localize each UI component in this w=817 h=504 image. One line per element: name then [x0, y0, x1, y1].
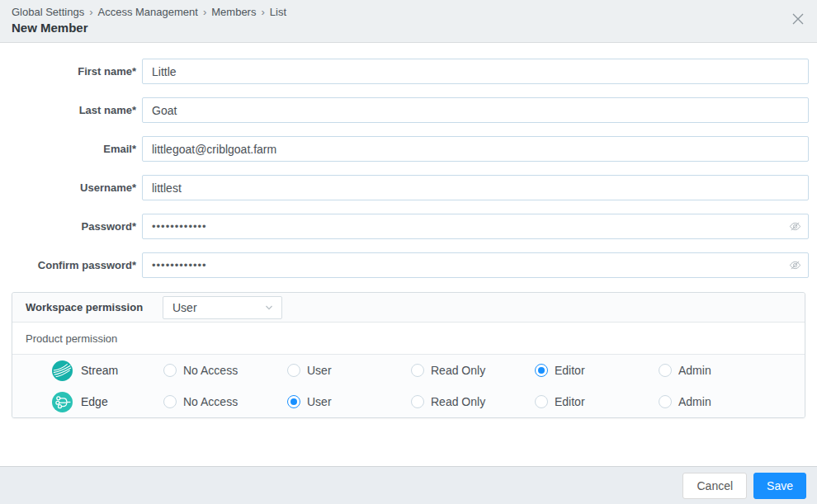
last-name-input[interactable]	[142, 97, 809, 123]
first-name-input[interactable]	[142, 59, 809, 84]
radio-label: Read Only	[431, 364, 485, 377]
password-input[interactable]	[142, 214, 809, 239]
email-row: Email*	[0, 136, 817, 162]
radio-stream-no-access[interactable]: No Access	[163, 364, 287, 377]
breadcrumb-separator: ›	[261, 6, 264, 18]
radio-stream-editor[interactable]: Editor	[535, 364, 659, 377]
stream-logo-icon	[52, 360, 73, 381]
radio-label: User	[307, 364, 332, 377]
product-name-stream: Stream	[81, 364, 118, 377]
radio-label: Editor	[555, 364, 585, 377]
product-permission-grid: Stream No Access User Read Only Editor A…	[12, 355, 805, 417]
radio-icon[interactable]	[411, 395, 424, 408]
workspace-permission-select[interactable]: User	[163, 296, 282, 319]
page-title: New Member	[12, 21, 805, 35]
radio-label: Admin	[678, 364, 711, 377]
username-row: Username*	[0, 175, 817, 200]
radio-label: Editor	[555, 395, 585, 408]
radio-edge-admin[interactable]: Admin	[659, 395, 782, 408]
breadcrumb-separator: ›	[203, 6, 206, 18]
confirm-password-input[interactable]	[142, 252, 809, 278]
edge-logo-icon	[52, 392, 73, 412]
workspace-permission-label: Workspace permission	[26, 301, 163, 313]
product-name-edge: Edge	[81, 395, 108, 408]
confirm-password-label: Confirm password*	[0, 252, 136, 278]
confirm-password-row: Confirm password*	[0, 252, 817, 278]
breadcrumb-item-global-settings[interactable]: Global Settings	[12, 6, 84, 18]
radio-icon[interactable]	[411, 364, 424, 377]
radio-edge-no-access[interactable]: No Access	[163, 395, 287, 408]
radio-icon[interactable]	[535, 395, 548, 408]
email-input[interactable]	[142, 136, 809, 162]
product-row-edge: Edge No Access User Read Only Editor Adm…	[12, 386, 805, 417]
radio-edge-editor[interactable]: Editor	[535, 395, 659, 408]
radio-icon[interactable]	[659, 395, 672, 408]
username-input[interactable]	[142, 175, 809, 200]
radio-icon[interactable]	[659, 364, 672, 377]
product-stream: Stream	[12, 360, 163, 381]
radio-edge-read-only[interactable]: Read Only	[411, 395, 535, 408]
radio-icon[interactable]	[287, 364, 300, 377]
radio-stream-admin[interactable]: Admin	[659, 364, 782, 377]
permissions-panel: Workspace permission User Product permis…	[12, 292, 805, 418]
password-label: Password*	[0, 214, 136, 239]
radio-edge-user[interactable]: User	[287, 395, 411, 408]
eye-invisible-icon[interactable]	[789, 259, 801, 271]
last-name-label: Last name*	[0, 97, 136, 123]
radio-icon[interactable]	[287, 395, 300, 408]
chevron-down-icon	[265, 304, 273, 312]
new-member-form: First name* Last name* Email* Username* …	[0, 43, 817, 278]
footer-actions: Cancel Save	[0, 466, 817, 504]
header: Global Settings › Access Management › Me…	[0, 0, 817, 43]
save-button[interactable]: Save	[753, 473, 806, 499]
radio-label: Read Only	[431, 395, 485, 408]
breadcrumb-separator: ›	[89, 6, 92, 18]
radio-label: No Access	[183, 364, 238, 377]
breadcrumb-item-list[interactable]: List	[270, 6, 286, 18]
first-name-label: First name*	[0, 59, 136, 84]
product-row-stream: Stream No Access User Read Only Editor A…	[12, 355, 805, 386]
breadcrumb-item-members[interactable]: Members	[211, 6, 256, 18]
radio-label: User	[307, 395, 332, 408]
workspace-permission-value: User	[172, 301, 197, 314]
radio-label: No Access	[183, 395, 238, 408]
eye-invisible-icon[interactable]	[789, 220, 801, 233]
radio-stream-read-only[interactable]: Read Only	[411, 364, 535, 377]
first-name-row: First name*	[0, 59, 817, 84]
password-row: Password*	[0, 214, 817, 239]
radio-icon[interactable]	[535, 364, 548, 377]
workspace-permission-row: Workspace permission User	[12, 293, 805, 323]
last-name-row: Last name*	[0, 97, 817, 123]
radio-stream-user[interactable]: User	[287, 364, 411, 377]
close-button[interactable]	[791, 12, 805, 26]
product-edge: Edge	[12, 392, 163, 412]
product-permission-header: Product permission	[12, 323, 805, 355]
radio-icon[interactable]	[163, 395, 177, 408]
radio-label: Admin	[678, 395, 711, 408]
radio-icon[interactable]	[163, 364, 177, 377]
close-icon	[792, 13, 804, 25]
cancel-button[interactable]: Cancel	[682, 473, 747, 499]
breadcrumb: Global Settings › Access Management › Me…	[12, 6, 805, 18]
username-label: Username*	[0, 175, 136, 200]
email-label: Email*	[0, 136, 136, 162]
breadcrumb-item-access-management[interactable]: Access Management	[98, 6, 198, 18]
